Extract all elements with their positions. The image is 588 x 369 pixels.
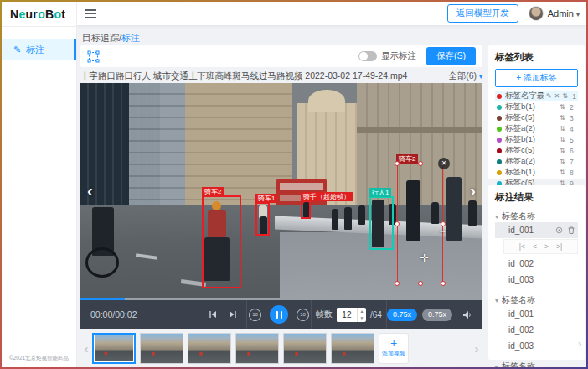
results-title: 标注结果 [495,191,578,204]
breadcrumb: 目标追踪/标注 [82,32,140,44]
sort-icon[interactable]: ⇅ [562,92,568,100]
resize-horizontal-icon[interactable]: ↔ [438,225,447,235]
result-group-header[interactable]: ▾标签名称 [495,294,578,306]
color-dot [497,116,502,121]
back-to-model-dev-button[interactable]: 返回模型开发 [447,4,518,23]
replay-10-icon[interactable]: 10 [249,309,261,321]
result-item[interactable]: id_002 [495,322,578,338]
label-row[interactable]: 标签c(5)⇅6 [495,145,578,156]
bbox-rider-startframe[interactable]: 骑手（起始帧） [301,200,311,219]
locate-icon[interactable] [555,226,563,234]
color-dot [497,170,502,175]
label-row[interactable]: 标签b(1)⇅5 [495,134,578,145]
thumbnail-2[interactable] [140,333,183,364]
sidebar: NeuroBot ✎ 标注 ©2021北京矩视智能出品 [2,2,77,367]
move-box-icon[interactable]: ✛ [420,252,429,264]
result-item[interactable]: id_003 [495,272,578,288]
sort-icon[interactable]: ⇅ [560,147,565,154]
prev-page-icon[interactable]: < [533,242,537,251]
time-display: 00:00/00:02 [80,300,199,329]
speed-pill-secondary[interactable]: 0.75x [422,309,452,321]
add-label-button[interactable]: + 添加标签 [495,69,578,87]
trash-icon[interactable] [568,226,575,234]
color-dot [497,148,502,153]
frame-pagination: |< < > >| [503,239,578,254]
result-item-selected[interactable]: id_001 [495,222,578,238]
resize-handle[interactable] [418,161,423,166]
bbox-pedestrian1[interactable]: 行人1 [369,196,394,250]
frame-step-down-icon[interactable]: ▼ [358,314,366,322]
color-dot [497,127,502,132]
thumbs-prev-chevron[interactable]: ‹ [80,341,92,356]
frame-number-input[interactable] [337,308,357,322]
volume-icon[interactable] [462,310,472,320]
label-row[interactable]: 标签a(2)⇅7 [495,156,578,167]
forward-10-icon[interactable]: 10 [297,309,309,321]
sort-icon[interactable]: ⇅ [560,136,565,143]
result-item[interactable]: id_003 [495,338,578,354]
show-annotation-toggle[interactable] [358,51,377,61]
video-canvas[interactable]: ‹ › 骑车2 骑车1 骑手（起始帧） 行人1 骑车2 ✕ ✛ ↔ [80,83,482,300]
thumbnail-6[interactable] [331,333,374,364]
annotation-toolbar: 显示标注 保存(S) [80,45,482,67]
label-row[interactable]: 标签c(5)⇅3 [495,112,578,123]
edit-label-icon[interactable]: ✎ [546,92,552,100]
resize-handle[interactable] [441,281,446,286]
breadcrumb-current[interactable]: 标注 [121,33,140,43]
label-filter-dropdown[interactable]: 全部(6) ▾ [448,70,482,82]
video-progress-bar[interactable] [80,298,482,300]
bbox-label: 骑车1 [255,194,277,203]
delete-label-icon[interactable]: ✕ [554,92,560,100]
label-row[interactable]: 标签b(1)⇅8 [495,167,578,178]
sidebar-item-annotate[interactable]: ✎ 标注 [2,39,76,60]
prev-video-chevron[interactable]: ‹ [87,182,93,199]
result-item[interactable]: id_002 [495,256,578,272]
pause-button[interactable] [270,305,288,324]
speed-pill-active[interactable]: 0.75x [387,309,417,321]
bbox-selected[interactable]: 骑车2 ✕ ✛ ↔ [397,164,443,283]
bbox-rider1[interactable]: 骑车1 [255,202,270,236]
copyright-text: ©2021北京矩视智能出品 [2,355,76,362]
resize-handle[interactable] [395,161,400,166]
thumbs-next-chevron[interactable]: › [471,341,482,356]
next-frame-icon[interactable] [229,310,237,319]
collapse-menu-icon[interactable] [85,9,96,18]
sort-icon[interactable]: ⇅ [560,103,565,111]
panel-scroll-chevron[interactable]: › [578,337,581,350]
avatar[interactable] [529,6,544,21]
rect-select-tool-icon[interactable] [87,50,100,63]
label-list-panel: 标签列表 + 添加标签 标签名字最长数...✎✕⇅1 标签b(1)⇅2 标签c(… [488,45,585,179]
annotation-results-panel: 标注结果 ▾标签名称 id_001 |< < > >| id_002 id_00… [488,185,585,360]
result-group-header[interactable]: ▾标签名称 [495,210,578,222]
save-button[interactable]: 保存(S) [426,47,476,65]
sort-icon[interactable]: ⇅ [560,169,565,176]
breadcrumb-parent[interactable]: 目标追踪 [82,33,119,43]
last-page-icon[interactable]: >| [556,242,562,251]
sort-icon[interactable]: ⇅ [560,114,565,122]
pencil-icon: ✎ [13,44,21,55]
first-page-icon[interactable]: |< [519,242,525,251]
resize-handle[interactable] [418,281,423,286]
result-group-header[interactable]: ▸标签名称 [495,361,578,367]
prev-frame-icon[interactable] [209,310,217,319]
sort-icon[interactable]: ⇅ [560,125,565,133]
label-row[interactable]: 标签b(1)⇅2 [495,101,578,112]
label-row[interactable]: 标签名字最长数...✎✕⇅1 [495,91,578,101]
next-page-icon[interactable]: > [544,242,549,251]
thumbnail-5[interactable] [283,333,327,364]
sort-icon[interactable]: ⇅ [560,158,565,165]
thumbnail-1[interactable] [92,333,136,364]
result-item[interactable]: id_001 [495,306,578,322]
resize-handle[interactable] [395,221,400,226]
user-menu[interactable]: Admin ▾ [548,8,580,18]
bbox-rider2[interactable]: 骑车2 [202,195,241,288]
chevron-open-icon: ▾ [495,213,498,221]
label-row[interactable]: 标签a(2)⇅4 [495,123,578,134]
thumbnail-3[interactable] [188,333,231,364]
next-video-chevron[interactable]: › [470,182,476,199]
delete-box-icon[interactable]: ✕ [438,158,450,169]
resize-handle[interactable] [395,281,400,286]
thumbnail-4[interactable] [235,333,279,364]
frame-step-up-icon[interactable]: ▲ [358,308,366,315]
add-video-button[interactable]: + 添加视频 [379,333,409,364]
